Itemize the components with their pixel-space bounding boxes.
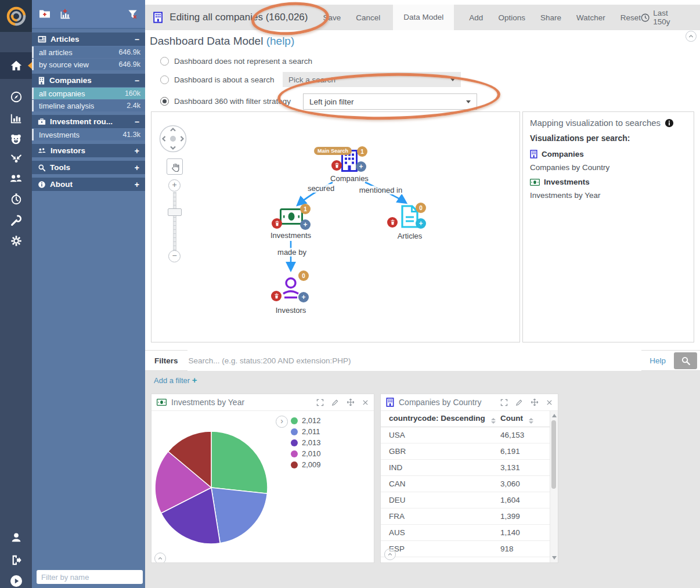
help-link[interactable]: (help) — [266, 35, 295, 47]
rail-item-graph-browser[interactable] — [0, 127, 32, 150]
remove-node-button[interactable] — [271, 291, 282, 301]
graph-hand-tool-button[interactable] — [167, 158, 183, 175]
expand-toggle[interactable]: + — [135, 180, 139, 189]
expand-icon[interactable] — [316, 399, 324, 406]
table-row[interactable]: DEU1,604 — [381, 492, 550, 508]
add-visualization-icon[interactable] — [59, 9, 71, 19]
legend-item[interactable]: 2,009 — [291, 459, 321, 470]
radio-about-search[interactable] — [160, 75, 169, 84]
pie-chart[interactable] — [151, 412, 374, 563]
rail-item-settings[interactable] — [0, 229, 32, 252]
siren-logo[interactable] — [0, 0, 32, 32]
collapse-data-model-button[interactable] — [685, 31, 697, 42]
pie-slice[interactable] — [211, 431, 268, 493]
help-link[interactable]: Help — [650, 356, 666, 365]
pie-slice[interactable] — [211, 488, 267, 543]
nav-section-header-articles[interactable]: Articles − — [32, 33, 145, 46]
close-icon[interactable] — [546, 399, 553, 406]
pick-search-select[interactable]: Pick a search — [283, 72, 461, 87]
add-relation-button[interactable]: + — [298, 292, 309, 302]
add-folder-icon[interactable] — [39, 9, 50, 19]
expand-toggle[interactable]: + — [135, 163, 139, 172]
time-range-picker[interactable]: Last 150y — [641, 9, 684, 26]
scroll-down-arrow[interactable] — [552, 556, 557, 560]
search-button[interactable] — [674, 352, 697, 369]
remove-node-button[interactable] — [272, 218, 282, 229]
rail-item-play[interactable] — [0, 569, 32, 588]
radio-no-search[interactable] — [160, 57, 169, 66]
table-row[interactable]: ESP918 — [381, 541, 550, 557]
nav-section-header-companies[interactable]: Companies − — [32, 74, 145, 87]
rail-item-logout[interactable] — [0, 549, 32, 572]
pie-panel-header[interactable]: Investments by Year — [151, 394, 374, 411]
table-panel-header[interactable]: Companies by Country — [381, 394, 558, 411]
collapse-toggle[interactable]: − — [135, 35, 139, 44]
add-relation-button[interactable]: + — [356, 161, 366, 172]
reset-button[interactable]: Reset — [620, 13, 641, 22]
table-row[interactable]: USA46,153 — [381, 427, 550, 443]
add-relation-button[interactable]: + — [300, 219, 311, 230]
zoom-slider-thumb[interactable] — [168, 208, 182, 216]
legend-item[interactable]: 2,012 — [291, 415, 321, 426]
watcher-button[interactable]: Watcher — [576, 13, 605, 22]
legend-item[interactable]: 2,010 — [291, 448, 321, 459]
filter-strategy-select[interactable]: Left join filter — [303, 93, 477, 110]
column-header-count[interactable]: Count — [500, 414, 550, 424]
rail-item-user[interactable] — [0, 526, 32, 549]
collapse-toggle[interactable]: − — [135, 76, 139, 85]
tab-data-model[interactable]: Data Model — [393, 5, 454, 30]
expand-icon[interactable] — [500, 399, 508, 406]
nav-item-investments[interactable]: Investments 41.3k — [32, 129, 145, 140]
add-button[interactable]: Add — [469, 13, 483, 22]
rail-item-visualize[interactable] — [0, 107, 32, 130]
table-scrollbar[interactable] — [550, 411, 558, 562]
options-button[interactable]: Options — [498, 13, 525, 22]
table-row[interactable]: ISR852 — [381, 557, 550, 563]
share-button[interactable]: Share — [540, 13, 561, 22]
table-row[interactable]: IND3,131 — [381, 460, 550, 476]
info-icon[interactable] — [665, 118, 674, 128]
nav-section-header-investment-rounds[interactable]: Investment rou... − — [32, 115, 145, 128]
legend-item[interactable]: 2,011 — [291, 426, 321, 437]
mapping-viz-investments-by-year[interactable]: Investments by Year — [530, 191, 687, 200]
nav-item-timeline-analysis[interactable]: timeline analysis 2.4k — [32, 100, 145, 111]
remove-node-button[interactable] — [331, 160, 342, 171]
zoom-slider-track[interactable] — [173, 192, 176, 251]
zoom-out-button[interactable]: − — [168, 250, 181, 262]
panel-collapse-button[interactable] — [384, 549, 396, 560]
rail-item-dashboards[interactable] — [0, 52, 32, 79]
expand-toggle[interactable]: + — [135, 146, 139, 156]
nav-item-all-articles[interactable]: all articles 646.9k — [32, 46, 145, 58]
clear-filter-funnel-icon[interactable] — [127, 9, 138, 20]
nav-section-header-about[interactable]: About + — [32, 178, 145, 191]
cancel-button[interactable]: Cancel — [356, 13, 380, 22]
scrollbar-thumb[interactable] — [551, 420, 556, 489]
scroll-up-arrow[interactable] — [552, 414, 557, 417]
rail-item-people[interactable] — [0, 167, 32, 190]
add-filter-button[interactable]: Add a filter + — [154, 375, 197, 385]
rail-item-discover[interactable] — [0, 85, 32, 109]
radio-dashboard-360[interactable] — [160, 97, 169, 106]
legend-item[interactable]: 2,013 — [291, 437, 321, 448]
graph-pan-control[interactable] — [159, 125, 187, 153]
table-row[interactable]: FRA1,399 — [381, 508, 550, 525]
remove-node-button[interactable] — [387, 217, 398, 228]
move-icon[interactable] — [531, 398, 539, 406]
move-icon[interactable] — [347, 398, 355, 406]
mapping-viz-companies-by-country[interactable]: Companies by Country — [530, 163, 687, 172]
nav-section-header-investors[interactable]: Investors + — [32, 144, 145, 157]
nav-section-header-tools[interactable]: Tools + — [32, 161, 145, 174]
edit-pencil-icon[interactable] — [515, 399, 523, 406]
edit-pencil-icon[interactable] — [331, 399, 339, 406]
rail-item-tools[interactable] — [0, 209, 32, 232]
column-header-countrycode[interactable]: countrycode: Descending — [381, 414, 500, 424]
rail-item-timer[interactable] — [0, 187, 32, 211]
nav-item-by-source-view[interactable]: by source view 646.9k — [32, 59, 145, 70]
legend-toggle-button[interactable]: › — [276, 416, 288, 428]
add-relation-button[interactable]: + — [416, 218, 426, 229]
table-row[interactable]: CAN3,060 — [381, 476, 550, 492]
zoom-in-button[interactable]: + — [168, 179, 181, 192]
collapse-toggle[interactable]: − — [135, 117, 139, 127]
save-button[interactable]: Save — [323, 13, 341, 22]
panel-collapse-button[interactable] — [154, 553, 166, 563]
